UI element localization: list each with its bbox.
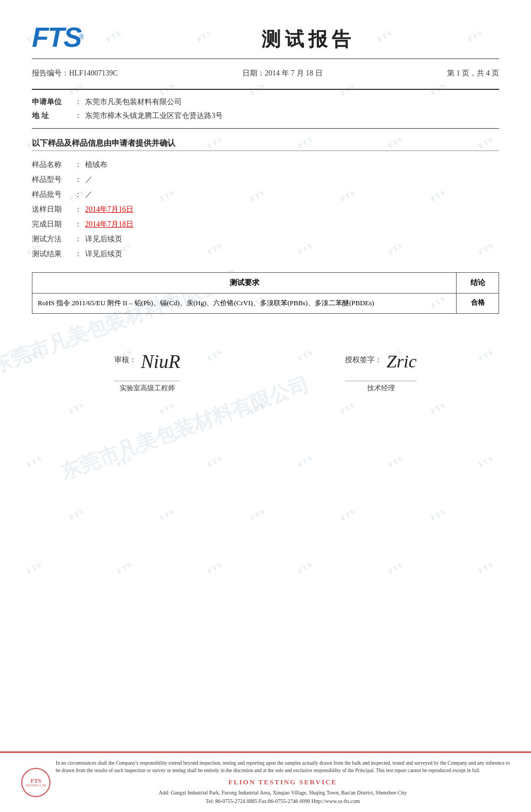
address-colon: ： xyxy=(74,111,85,121)
sample-section: 以下样品及样品信息由申请者提供并确认 样品名称 ： 植绒布 样品型号 ： ／ 样… xyxy=(32,138,499,262)
reviewer-signature: NiuR xyxy=(141,346,180,378)
report-date: 日期：2014 年 7 月 18 日 xyxy=(242,69,323,78)
reviewer-title: 实验室高级工程师 xyxy=(114,381,180,393)
address-value: 东莞市樟木头镇龙腾工业区官仓贤达路3号 xyxy=(85,111,499,121)
report-meta: 报告编号：HLF14007139C 日期：2014 年 7 月 18 日 第 1… xyxy=(32,69,499,78)
reviewer-label: 审核： xyxy=(114,355,137,365)
company-row: 申请单位 ： 东莞市凡美包装材料有限公司 xyxy=(32,97,499,107)
sample-batch-value: ／ xyxy=(85,190,499,199)
table-header-conclusion: 结论 xyxy=(457,273,499,294)
address-row: 地 址 ： 东莞市樟木头镇龙腾工业区官仓贤达路3号 xyxy=(32,111,499,121)
address-label: 地 址 xyxy=(32,111,74,121)
company-label: 申请单位 xyxy=(32,97,74,107)
company-value: 东莞市凡美包装材料有限公司 xyxy=(85,97,499,107)
sample-result-label: 测试结果 xyxy=(32,249,74,259)
auth-block: 授权签字： Zric 技术经理 xyxy=(345,346,417,393)
sample-submit-value: 2014年7月16日 xyxy=(85,205,499,214)
auth-title: 技术经理 xyxy=(345,381,417,393)
sample-complete-label: 完成日期 xyxy=(32,220,74,229)
sample-name-label: 样品名称 xyxy=(32,160,74,170)
test-conclusion-cell: 合格 xyxy=(457,294,499,314)
report-date-label: 日期： xyxy=(242,69,265,77)
sample-model-value: ／ xyxy=(85,175,499,185)
sample-complete-value: 2014年7月18日 xyxy=(85,220,499,229)
table-header-requirement: 测试要求 xyxy=(32,273,457,294)
sample-method-label: 测试方法 xyxy=(32,235,74,244)
report-date-value: 2014 年 7 月 18 日 xyxy=(265,69,323,77)
signature-section: 审核： NiuR 实验室高级工程师 授权签字： Zric 技术经理 xyxy=(32,346,499,393)
report-no: 报告编号：HLF14007139C xyxy=(32,69,118,78)
test-requirements-table: 测试要求 结论 RoHS 指令 2011/65/EU 附件 II – 铅(Pb)… xyxy=(32,272,499,314)
main-title: 测试报告 xyxy=(117,27,499,53)
header: FTS ® 测试报告 xyxy=(32,21,499,53)
reviewer-block: 审核： NiuR 实验室高级工程师 xyxy=(114,346,180,393)
sample-result-value: 详见后续页 xyxy=(85,249,499,259)
logo-area: FTS ® xyxy=(32,21,117,53)
section-divider xyxy=(32,128,499,129)
sample-batch-label: 样品批号 xyxy=(32,190,74,199)
logo-text: FTS xyxy=(32,21,81,53)
title-area: 测试报告 xyxy=(117,21,499,53)
logo-fts: FTS ® xyxy=(32,21,117,53)
test-requirement-cell: RoHS 指令 2011/65/EU 附件 II – 铅(Pb)、镉(Cd)、汞… xyxy=(32,294,457,314)
sample-batch-row: 样品批号 ： ／ xyxy=(32,187,499,202)
report-no-label: 报告编号： xyxy=(32,69,69,77)
sample-method-value: 详见后续页 xyxy=(85,235,499,244)
page-content: FTS ® 测试报告 报告编号：HLF14007139C 日期：2014 年 7… xyxy=(0,0,531,812)
company-colon: ： xyxy=(74,97,85,107)
auth-label: 授权签字： xyxy=(345,355,382,365)
table-row: RoHS 指令 2011/65/EU 附件 II – 铅(Pb)、镉(Cd)、汞… xyxy=(32,294,499,314)
report-page: 第 1 页，共 4 页 xyxy=(447,69,499,78)
sample-name-value: 植绒布 xyxy=(85,160,499,170)
sample-result-row: 测试结果 ： 详见后续页 xyxy=(32,247,499,262)
auth-signature: Zric xyxy=(386,346,417,378)
sample-complete-row: 完成日期 ： 2014年7月18日 xyxy=(32,217,499,232)
sample-submit-row: 送样日期 ： 2014年7月16日 xyxy=(32,202,499,217)
sample-model-row: 样品型号 ： ／ xyxy=(32,172,499,187)
meta-divider xyxy=(32,89,499,90)
sample-model-label: 样品型号 xyxy=(32,175,74,185)
header-divider xyxy=(32,58,499,59)
auth-sig-text: Zric xyxy=(386,351,417,372)
sample-submit-label: 送样日期 xyxy=(32,205,74,214)
sample-name-row: 样品名称 ： 植绒布 xyxy=(32,157,499,172)
sample-method-row: 测试方法 ： 详见后续页 xyxy=(32,232,499,247)
report-no-value: HLF14007139C xyxy=(69,69,118,77)
sample-section-heading: 以下样品及样品信息由申请者提供并确认 xyxy=(32,138,499,151)
reviewer-sig-text: NiuR xyxy=(141,350,180,373)
registered-symbol: ® xyxy=(79,33,85,41)
applicant-section: 申请单位 ： 东莞市凡美包装材料有限公司 地 址 ： 东莞市樟木头镇龙腾工业区官… xyxy=(32,97,499,121)
